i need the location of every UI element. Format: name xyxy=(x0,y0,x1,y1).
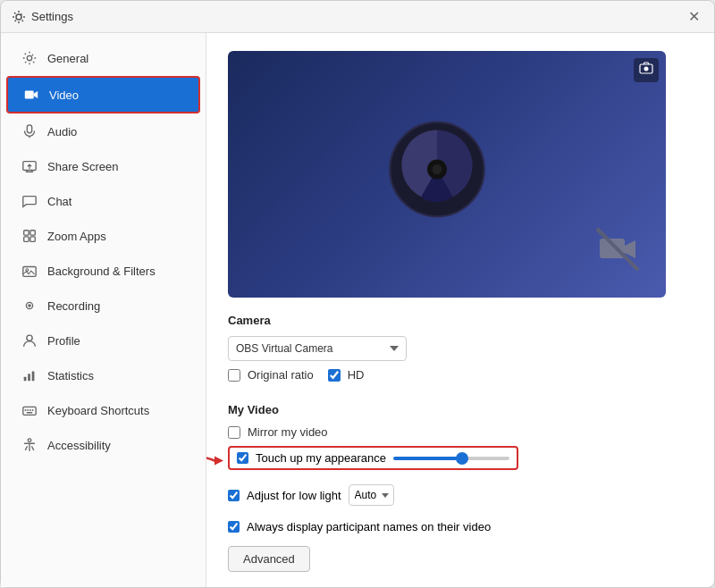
svg-rect-17 xyxy=(32,372,35,382)
settings-window: Settings ✕ General Video xyxy=(0,0,715,588)
sidebar-label-recording: Recording xyxy=(47,299,100,313)
audio-icon xyxy=(21,122,38,140)
zoom-apps-icon xyxy=(21,227,38,245)
sidebar-item-chat[interactable]: Chat xyxy=(6,184,200,218)
video-icon xyxy=(22,86,40,104)
always-display-checkbox[interactable] xyxy=(228,521,240,533)
svg-point-31 xyxy=(644,67,649,71)
auto-select[interactable]: Auto xyxy=(349,484,394,506)
svg-point-11 xyxy=(26,269,29,272)
svg-point-27 xyxy=(433,164,442,174)
sidebar-label-chat: Chat xyxy=(47,195,72,208)
touch-up-label[interactable]: Touch up my appearance xyxy=(256,451,386,465)
titlebar-left: Settings xyxy=(12,10,73,24)
sidebar-label-background: Background & Filters xyxy=(47,265,156,278)
profile-icon xyxy=(21,332,38,349)
statistics-icon xyxy=(21,366,38,384)
svg-point-13 xyxy=(28,304,31,307)
svg-point-14 xyxy=(27,335,32,340)
touch-up-slider-container xyxy=(393,457,509,460)
sidebar-item-recording[interactable]: Recording xyxy=(6,289,200,323)
adjust-light-checkbox[interactable] xyxy=(228,490,240,501)
titlebar: Settings ✕ xyxy=(1,1,714,33)
original-ratio-checkbox[interactable] xyxy=(228,369,240,382)
sidebar-label-keyboard: Keyboard Shortcuts xyxy=(47,404,149,417)
svg-rect-7 xyxy=(30,231,35,235)
obs-logo xyxy=(388,121,486,219)
keyboard-icon xyxy=(21,401,38,419)
gear-icon xyxy=(21,49,38,67)
hd-checkbox[interactable] xyxy=(328,369,341,382)
original-ratio-row: Original ratio xyxy=(228,368,314,382)
settings-icon xyxy=(12,10,26,24)
always-display-label[interactable]: Always display participant names on thei… xyxy=(247,520,491,533)
svg-rect-8 xyxy=(24,237,29,241)
svg-rect-6 xyxy=(24,231,29,235)
sidebar-label-audio: Audio xyxy=(47,125,77,139)
chat-icon xyxy=(21,192,38,210)
mirror-video-row: Mirror my video xyxy=(228,425,693,439)
sidebar-label-share-screen: Share Screen xyxy=(47,160,119,173)
sidebar-item-profile[interactable]: Profile xyxy=(6,323,200,357)
sidebar-item-video[interactable]: Video xyxy=(6,76,200,113)
sidebar-item-accessibility[interactable]: Accessibility xyxy=(6,428,200,462)
sidebar-item-audio[interactable]: Audio xyxy=(6,114,200,148)
share-screen-icon xyxy=(21,157,38,175)
svg-rect-18 xyxy=(23,407,36,415)
sidebar-label-profile: Profile xyxy=(47,334,80,348)
sidebar-item-keyboard-shortcuts[interactable]: Keyboard Shortcuts xyxy=(6,393,200,427)
window-title: Settings xyxy=(31,10,73,23)
sidebar-item-general[interactable]: General xyxy=(6,41,200,75)
always-display-row: Always display participant names on thei… xyxy=(228,520,693,533)
sidebar-label-statistics: Statistics xyxy=(47,369,94,382)
my-video-label: My Video xyxy=(228,403,693,416)
video-preview xyxy=(228,51,666,298)
sidebar-label-video: Video xyxy=(49,88,79,102)
mirror-video-checkbox[interactable] xyxy=(228,426,240,439)
camera-select[interactable]: OBS Virtual Camera xyxy=(228,336,407,361)
camera-section-label: Camera xyxy=(228,314,693,327)
svg-point-0 xyxy=(16,14,21,20)
touch-up-slider[interactable] xyxy=(393,457,509,460)
svg-point-1 xyxy=(27,55,31,60)
screenshot-button[interactable] xyxy=(634,58,659,82)
svg-rect-9 xyxy=(30,237,35,241)
camera-row: OBS Virtual Camera xyxy=(228,336,693,361)
background-icon xyxy=(21,262,38,280)
sidebar-item-statistics[interactable]: Statistics xyxy=(6,358,200,392)
mirror-video-label[interactable]: Mirror my video xyxy=(248,425,328,439)
svg-rect-3 xyxy=(27,125,31,133)
video-settings-panel: Camera OBS Virtual Camera Original ratio… xyxy=(206,33,714,587)
hd-row: HD xyxy=(328,368,365,382)
main-content: General Video Audio Share Screen xyxy=(1,33,714,587)
hd-label[interactable]: HD xyxy=(348,368,365,382)
svg-marker-32 xyxy=(214,456,223,465)
sidebar-label-accessibility: Accessibility xyxy=(47,439,111,452)
sidebar-item-background-filters[interactable]: Background & Filters xyxy=(6,254,200,288)
sidebar-label-general: General xyxy=(47,52,88,65)
svg-rect-16 xyxy=(28,374,30,381)
adjust-light-label[interactable]: Adjust for low light xyxy=(247,489,341,502)
close-button[interactable]: ✕ xyxy=(685,10,703,24)
svg-rect-10 xyxy=(23,267,36,277)
original-ratio-label[interactable]: Original ratio xyxy=(248,368,314,382)
sidebar-item-share-screen[interactable]: Share Screen xyxy=(6,149,200,183)
svg-rect-15 xyxy=(24,377,27,382)
svg-point-24 xyxy=(28,439,31,442)
touch-up-checkbox[interactable] xyxy=(237,452,248,464)
camera-off-icon xyxy=(596,228,639,271)
touch-up-arrow xyxy=(206,447,223,476)
sidebar-label-zoom-apps: Zoom Apps xyxy=(47,230,106,243)
recording-icon xyxy=(21,297,38,315)
sidebar: General Video Audio Share Screen xyxy=(1,33,206,587)
sidebar-item-zoom-apps[interactable]: Zoom Apps xyxy=(6,219,200,253)
advanced-button[interactable]: Advanced xyxy=(228,546,310,572)
accessibility-icon xyxy=(21,436,38,454)
svg-rect-2 xyxy=(25,91,34,99)
adjust-low-light-row: Adjust for low light Auto xyxy=(228,484,693,506)
touch-up-row: Touch up my appearance xyxy=(228,446,518,470)
